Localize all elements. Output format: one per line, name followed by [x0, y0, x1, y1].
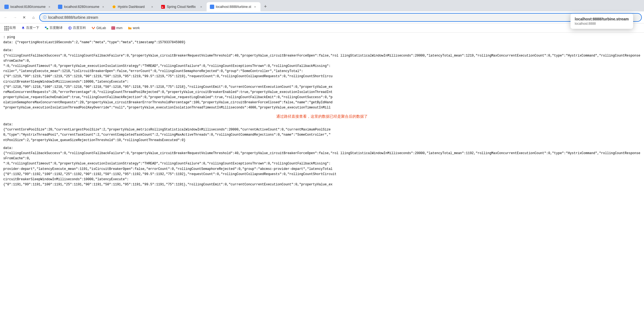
content-line-13: "propertyValue_executionIsolationThreadP…	[3, 105, 641, 110]
tab-3-close[interactable]: ×	[150, 5, 154, 9]
tab-1-favicon	[4, 5, 9, 9]
content-line-14: data:	[3, 122, 641, 127]
tab-3-title: Hystrix Dashboard	[118, 5, 148, 9]
content-line-12: olationSemaphoreMaxConcurrentRequests":2…	[3, 100, 641, 105]
content-line-24: {"0":1191,"99":1191,"100":1191,"25":1191…	[3, 182, 641, 187]
svg-rect-7	[47, 28, 48, 29]
bookmarks-bar: 应用 百度一下 百度翻译	[0, 23, 644, 33]
bookmark-baidu[interactable]: 百度一下	[19, 24, 41, 31]
bookmark-translate[interactable]: 百度翻译	[42, 24, 65, 31]
tab-5[interactable]: localhost:8888/turbine.st ×	[207, 2, 260, 11]
tab-1-close[interactable]: ×	[47, 5, 51, 9]
url-text: localhost:8888/turbine.stream	[48, 15, 98, 20]
content-line-3: data:	[3, 48, 641, 53]
content-line-18: data:	[3, 146, 641, 151]
tab-bar: localhost:8180/consume × localhost:8280/…	[0, 0, 644, 11]
content-line-22: {"0":1192,"99":1192,"100":1192,"25":1192…	[3, 172, 641, 177]
bookmark-apps-label: 应用	[9, 26, 16, 30]
baidu-icon	[21, 26, 25, 30]
reload-button[interactable]: ✕	[21, 14, 28, 21]
folder-icon	[128, 26, 132, 30]
url-info-icon: ⓘ	[43, 15, 47, 20]
bookmark-translate-label: 百度翻译	[50, 26, 63, 30]
content-line-1: : ping	[3, 35, 641, 40]
bookmark-work-label: work	[133, 26, 140, 30]
content-line-20: ":0,"rollingCountTimeout":0,"propertyVal…	[3, 161, 641, 166]
content-line-8: circuitBreakerSleepWindowInMilliseconds"…	[3, 79, 641, 85]
annotation-text: 通过路径直接查看，这里的数据已经是聚合后的数据了	[3, 113, 641, 119]
bookmark-baike[interactable]: 百度百科	[66, 24, 88, 31]
content-line-16: 0,"type":"HystrixThreadPool","currentTas…	[3, 132, 641, 138]
tab-1[interactable]: localhost:8180/consume ×	[1, 2, 55, 11]
svg-point-1	[59, 5, 62, 8]
bookmark-apps[interactable]: 应用	[2, 24, 18, 31]
tab-1-title: localhost:8180/consume	[10, 5, 45, 9]
tab-3[interactable]: Hystrix Dashboard ×	[109, 2, 158, 11]
content-line-11: propertyValue_requestCacheEnabled":true,…	[3, 95, 641, 100]
baike-icon	[68, 26, 72, 30]
bookmark-mvn-label: mvn	[116, 26, 122, 30]
new-tab-button[interactable]: +	[262, 3, 269, 10]
svg-text:MVN: MVN	[112, 27, 115, 29]
bookmark-work[interactable]: work	[126, 25, 142, 31]
url-bar[interactable]: ⓘ localhost:8888/turbine.stream	[39, 13, 642, 22]
tab-4[interactable]: N Spring Cloud Netflix ×	[158, 2, 207, 11]
bookmark-baike-label: 百度百科	[73, 26, 86, 30]
content-line-17: ntPoolSize":2,"propertyValue_queueSizeRe…	[3, 138, 641, 143]
tab-5-favicon	[210, 5, 214, 9]
tab-4-title: Spring Cloud Netflix	[167, 5, 197, 9]
forward-button[interactable]: →	[11, 14, 19, 21]
content-line-15: {"currentCorePoolSize":20,"currentLarges…	[3, 127, 641, 132]
bookmark-gitlab[interactable]: GitLab	[89, 25, 108, 31]
bookmark-gitlab-label: GitLab	[96, 26, 106, 30]
content-area[interactable]: : ping data: {"reportingHostsLast10Secon…	[0, 33, 644, 324]
svg-rect-6	[45, 27, 47, 28]
svg-point-0	[5, 5, 8, 8]
tab-tooltip: localhost:8888/turbine.stream localhost:…	[571, 14, 633, 29]
tab-2-title: localhost:8280/consume	[64, 5, 99, 9]
content-line-10: reMaxConcurrentRequests":20,"errorPercen…	[3, 90, 641, 95]
content-line-5: ":0,"rollingCountTimeout":0,"propertyVal…	[3, 64, 641, 69]
content-line-23: circuitBreakerSleepWindowInMilliseconds"…	[3, 177, 641, 182]
tab-2-close[interactable]: ×	[101, 5, 105, 9]
content-line-21: provider-depart","latencyExecute_mean":1…	[3, 167, 641, 172]
home-button[interactable]: ⌂	[30, 14, 37, 21]
back-button[interactable]: ←	[2, 14, 9, 21]
bookmark-mvn[interactable]: MVN mvn	[109, 25, 125, 31]
tab-2[interactable]: localhost:8280/consume ×	[55, 2, 108, 11]
content-line-7: {"0":1219,"99":1219,"100":1219,"25":1219…	[3, 74, 641, 79]
apps-icon	[4, 26, 8, 30]
tab-2-favicon	[58, 5, 62, 9]
tab-3-favicon	[112, 5, 116, 9]
gitlab-icon	[91, 26, 95, 30]
content-line-4: {"rollingCountFallbackSuccess":0,"rollin…	[3, 53, 641, 64]
bookmark-baidu-label: 百度一下	[26, 26, 39, 30]
svg-point-4	[211, 5, 213, 8]
tooltip-subtitle: localhost:8888	[575, 22, 629, 26]
svg-text:N: N	[162, 6, 163, 8]
content-line-2: data: {"reportingHostsLast10Seconds":2,"…	[3, 40, 641, 45]
content-line-9: {"0":1218,"99":1218,"100":1218,"25":1218…	[3, 85, 641, 90]
tooltip-title: localhost:8888/turbine.stream	[575, 17, 629, 21]
tab-5-title: localhost:8888/turbine.st	[216, 5, 251, 9]
address-bar: ← → ✕ ⌂ ⓘ localhost:8888/turbine.stream	[0, 11, 644, 23]
tab-4-close[interactable]: ×	[199, 5, 203, 9]
svg-point-5	[22, 27, 24, 28]
translate-icon	[45, 26, 48, 30]
mvn-icon: MVN	[111, 26, 115, 30]
tab-5-close[interactable]: ×	[253, 5, 257, 9]
tab-4-favicon: N	[161, 5, 165, 9]
content-line-6: roller","latencyExecute_mean":1218,"isCi…	[3, 69, 641, 74]
content-line-19: {"rollingCountFallbackSuccess":0,"rollin…	[3, 151, 641, 161]
